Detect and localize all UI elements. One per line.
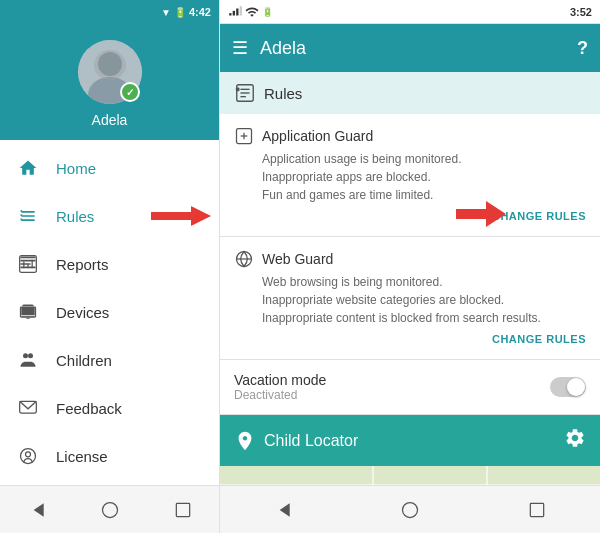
home-button-right[interactable] [394, 494, 426, 526]
map-road-h1 [220, 484, 600, 485]
app-guard-desc-1: Application usage is being monitored. [262, 150, 586, 168]
hamburger-menu[interactable]: ☰ [232, 37, 248, 59]
wifi-icon-right [245, 5, 259, 19]
home-icon [16, 156, 40, 180]
map-road-v1 [372, 466, 374, 485]
battery-icon: 🔋 [174, 7, 186, 18]
sidebar-item-devices[interactable]: Devices [0, 288, 219, 336]
right-panel: 🔋 3:52 ☰ Adela ? Rules [220, 0, 600, 533]
svg-point-23 [102, 502, 117, 517]
license-icon [16, 444, 40, 468]
web-guard-card: Web Guard Web browsing is being monitore… [220, 237, 600, 360]
avatar [78, 40, 142, 104]
web-guard-desc: Web browsing is being monitored. Inappro… [262, 273, 586, 327]
rules-section-title: Rules [264, 85, 302, 102]
bottom-nav-left [0, 485, 219, 533]
map-road-v2 [486, 466, 488, 485]
web-guard-header: Web Guard [234, 249, 586, 269]
feedback-icon [16, 396, 40, 420]
recents-button-left[interactable] [167, 494, 199, 526]
svg-point-16 [21, 449, 36, 464]
rules-icon [16, 204, 40, 228]
home-button-left[interactable] [94, 494, 126, 526]
web-guard-title: Web Guard [262, 251, 333, 267]
child-locator-settings-button[interactable] [564, 427, 586, 454]
svg-marker-25 [229, 13, 231, 15]
sidebar-item-customer-care[interactable]: Customer care [0, 480, 219, 485]
left-panel: ▼ 🔋 4:42 Adela [0, 0, 220, 533]
application-guard-card: Application Guard Application usage is b… [220, 114, 600, 237]
children-icon [16, 348, 40, 372]
arrow-icon [151, 204, 211, 228]
change-rules-button-web[interactable]: CHANGE RULES [234, 327, 586, 347]
rules-content: Application Guard Application usage is b… [220, 114, 600, 485]
sidebar-item-rules[interactable]: Rules [0, 192, 219, 240]
sidebar-item-feedback[interactable]: Feedback [0, 384, 219, 432]
sidebar-item-label-home: Home [56, 160, 96, 177]
svg-rect-5 [21, 214, 23, 216]
avatar-badge [120, 82, 140, 102]
sidebar-item-label-devices: Devices [56, 304, 109, 321]
help-button[interactable]: ? [577, 38, 588, 59]
user-name: Adela [92, 112, 128, 128]
map-area [220, 466, 600, 485]
user-header: Adela [0, 24, 219, 140]
status-bar-right: 🔋 3:52 [220, 0, 600, 24]
child-locator-icon [234, 430, 256, 452]
battery-icon-right: 🔋 [262, 7, 273, 17]
change-rules-button-app[interactable]: CHANGE RULES [492, 204, 586, 224]
web-guard-desc-2: Inappropriate website categories are blo… [262, 291, 586, 309]
svg-marker-28 [240, 6, 242, 15]
svg-rect-42 [530, 503, 543, 516]
vacation-toggle[interactable] [550, 377, 586, 397]
vacation-title: Vacation mode [234, 372, 326, 388]
svg-rect-4 [21, 210, 23, 212]
sidebar-item-label-reports: Reports [56, 256, 109, 273]
application-guard-desc: Application usage is being monitored. In… [262, 150, 586, 204]
application-guard-icon [234, 126, 254, 146]
back-button-left[interactable] [21, 494, 53, 526]
web-guard-icon [234, 249, 254, 269]
application-guard-header: Application Guard [234, 126, 586, 146]
svg-marker-37 [456, 201, 506, 227]
change-rules-arrow-1 [456, 199, 506, 229]
child-locator-bar: Child Locator [220, 415, 600, 466]
svg-marker-27 [236, 8, 238, 15]
web-guard-desc-3: Inappropriate content is blocked from se… [262, 309, 586, 327]
sidebar-item-label-license: License [56, 448, 108, 465]
svg-point-13 [23, 353, 28, 358]
app-guard-desc-2: Inappropriate apps are blocked. [262, 168, 586, 186]
web-guard-desc-1: Web browsing is being monitored. [262, 273, 586, 291]
status-time-right: 3:52 [570, 6, 592, 18]
sidebar-item-reports[interactable]: Reports [0, 240, 219, 288]
rules-section-icon [234, 82, 256, 104]
sidebar-item-children[interactable]: Children [0, 336, 219, 384]
sidebar-item-license[interactable]: License [0, 432, 219, 480]
child-locator-left: Child Locator [234, 430, 358, 452]
status-icons-left: ▼ 🔋 4:42 [161, 6, 211, 18]
svg-marker-40 [280, 503, 290, 516]
back-button-right[interactable] [267, 494, 299, 526]
red-arrow [151, 204, 211, 228]
child-locator-label: Child Locator [264, 432, 358, 450]
sidebar-item-home[interactable]: Home [0, 144, 219, 192]
bottom-nav-right [220, 485, 600, 533]
svg-point-14 [28, 353, 33, 358]
top-bar-title: Adela [260, 38, 565, 59]
sidebar-item-label-rules: Rules [56, 208, 94, 225]
app-guard-desc-3: Fun and games are time limited. [262, 186, 586, 204]
vacation-mode-row: Vacation mode Deactivated [220, 360, 600, 415]
signal-icon [228, 5, 242, 19]
vacation-info: Vacation mode Deactivated [234, 372, 326, 402]
svg-point-17 [26, 452, 31, 457]
vacation-status: Deactivated [234, 388, 326, 402]
nav-menu: Home Rules Reports [0, 140, 219, 485]
recents-button-right[interactable] [521, 494, 553, 526]
svg-marker-22 [33, 503, 43, 516]
application-guard-title: Application Guard [262, 128, 373, 144]
sidebar-item-label-children: Children [56, 352, 112, 369]
gear-icon [564, 427, 586, 449]
wifi-icon: ▼ [161, 7, 171, 18]
svg-point-41 [402, 502, 417, 517]
devices-icon [16, 300, 40, 324]
